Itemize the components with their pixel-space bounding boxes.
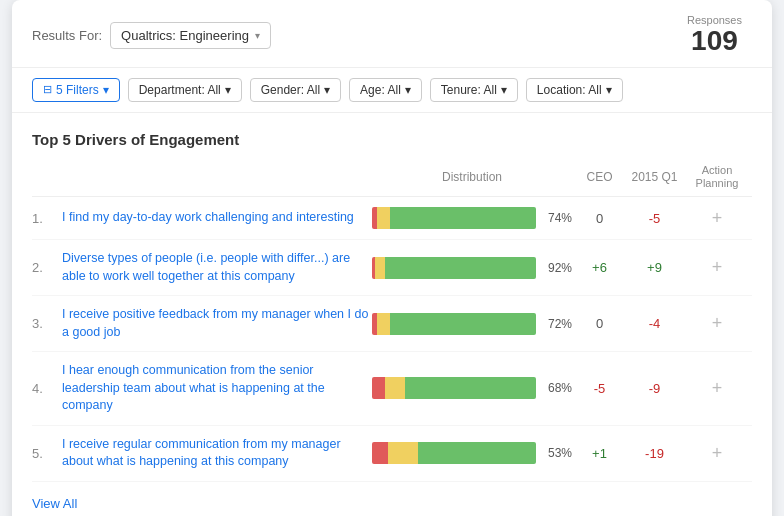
row-text[interactable]: I hear enough communication from the sen… xyxy=(62,362,372,415)
results-dropdown[interactable]: Qualtrics: Engineering ▾ xyxy=(110,22,271,49)
row-number: 4. xyxy=(32,381,62,396)
row-number: 3. xyxy=(32,316,62,331)
table-header: Distribution CEO 2015 Q1 Action Planning xyxy=(32,164,752,197)
ceo-value: -5 xyxy=(572,381,627,396)
main-content: Top 5 Drivers of Engagement Distribution… xyxy=(12,113,772,516)
row-number: 1. xyxy=(32,211,62,226)
distribution-bar xyxy=(372,442,536,464)
action-plan-add[interactable]: + xyxy=(682,257,752,278)
bar-yellow xyxy=(375,257,385,279)
age-filter[interactable]: Age: All ▾ xyxy=(349,78,422,102)
chevron-down-icon: ▾ xyxy=(225,83,231,97)
bar-container: 68% xyxy=(372,377,572,399)
chevron-down-icon: ▾ xyxy=(324,83,330,97)
q2015-value: -9 xyxy=(627,381,682,396)
header-ceo: CEO xyxy=(572,170,627,184)
distribution-bar xyxy=(372,377,536,399)
bar-container: 74% xyxy=(372,207,572,229)
table-row: 2. Diverse types of people (i.e. people … xyxy=(32,240,752,296)
ceo-value: 0 xyxy=(572,316,627,331)
row-number: 2. xyxy=(32,260,62,275)
bar-green xyxy=(418,442,536,464)
action-plan-add[interactable]: + xyxy=(682,378,752,399)
bar-yellow xyxy=(377,207,390,229)
bar-green xyxy=(385,257,536,279)
bar-percent: 53% xyxy=(542,446,572,460)
section-title: Top 5 Drivers of Engagement xyxy=(32,131,752,148)
location-filter[interactable]: Location: All ▾ xyxy=(526,78,623,102)
bar-green xyxy=(405,377,536,399)
gender-filter[interactable]: Gender: All ▾ xyxy=(250,78,341,102)
ceo-value: +6 xyxy=(572,260,627,275)
q2015-value: +9 xyxy=(627,260,682,275)
chevron-down-icon: ▾ xyxy=(606,83,612,97)
bar-percent: 68% xyxy=(542,381,572,395)
row-text[interactable]: I receive regular communication from my … xyxy=(62,436,372,471)
q2015-value: -19 xyxy=(627,446,682,461)
view-all-link[interactable]: View All xyxy=(32,496,77,511)
row-number: 5. xyxy=(32,446,62,461)
bar-container: 72% xyxy=(372,313,572,335)
header-2015q1: 2015 Q1 xyxy=(627,170,682,184)
action-plan-add[interactable]: + xyxy=(682,208,752,229)
ceo-value: +1 xyxy=(572,446,627,461)
distribution-bar xyxy=(372,313,536,335)
bar-green xyxy=(390,207,536,229)
header-action-planning: Action Planning xyxy=(682,164,752,190)
bar-percent: 92% xyxy=(542,261,572,275)
bar-percent: 72% xyxy=(542,317,572,331)
q2015-value: -5 xyxy=(627,211,682,226)
row-text[interactable]: I receive positive feedback from my mana… xyxy=(62,306,372,341)
filter-icon: ⊟ xyxy=(43,83,52,96)
distribution-bar xyxy=(372,257,536,279)
row-text[interactable]: I find my day-to-day work challenging an… xyxy=(62,209,372,227)
responses-box: Responses 109 xyxy=(687,14,752,57)
bar-yellow xyxy=(377,313,390,335)
table-row: 3. I receive positive feedback from my m… xyxy=(32,296,752,352)
chevron-down-icon: ▾ xyxy=(103,83,109,97)
department-filter[interactable]: Department: All ▾ xyxy=(128,78,242,102)
chevron-down-icon: ▾ xyxy=(255,30,260,41)
q2015-value: -4 xyxy=(627,316,682,331)
distribution-bar xyxy=(372,207,536,229)
top-bar: Results For: Qualtrics: Engineering ▾ Re… xyxy=(12,0,772,68)
ceo-value: 0 xyxy=(572,211,627,226)
action-plan-add[interactable]: + xyxy=(682,443,752,464)
table-row: 4. I hear enough communication from the … xyxy=(32,352,752,426)
responses-count: 109 xyxy=(687,26,742,57)
action-plan-add[interactable]: + xyxy=(682,313,752,334)
results-label: Results For: xyxy=(32,28,102,43)
table-row: 5. I receive regular communication from … xyxy=(32,426,752,482)
chevron-down-icon: ▾ xyxy=(405,83,411,97)
filters-chip[interactable]: ⊟ 5 Filters ▾ xyxy=(32,78,120,102)
bar-yellow xyxy=(385,377,405,399)
bar-red xyxy=(372,442,388,464)
table-row: 1. I find my day-to-day work challenging… xyxy=(32,197,752,240)
bar-percent: 74% xyxy=(542,211,572,225)
tenure-filter[interactable]: Tenure: All ▾ xyxy=(430,78,518,102)
header-distribution: Distribution xyxy=(372,170,572,184)
main-card: Results For: Qualtrics: Engineering ▾ Re… xyxy=(12,0,772,516)
row-text[interactable]: Diverse types of people (i.e. people wit… xyxy=(62,250,372,285)
bar-green xyxy=(390,313,536,335)
bar-yellow xyxy=(388,442,418,464)
bar-red xyxy=(372,377,385,399)
bar-container: 92% xyxy=(372,257,572,279)
bar-container: 53% xyxy=(372,442,572,464)
results-for: Results For: Qualtrics: Engineering ▾ xyxy=(32,22,271,49)
chevron-down-icon: ▾ xyxy=(501,83,507,97)
filters-bar: ⊟ 5 Filters ▾ Department: All ▾ Gender: … xyxy=(12,68,772,113)
